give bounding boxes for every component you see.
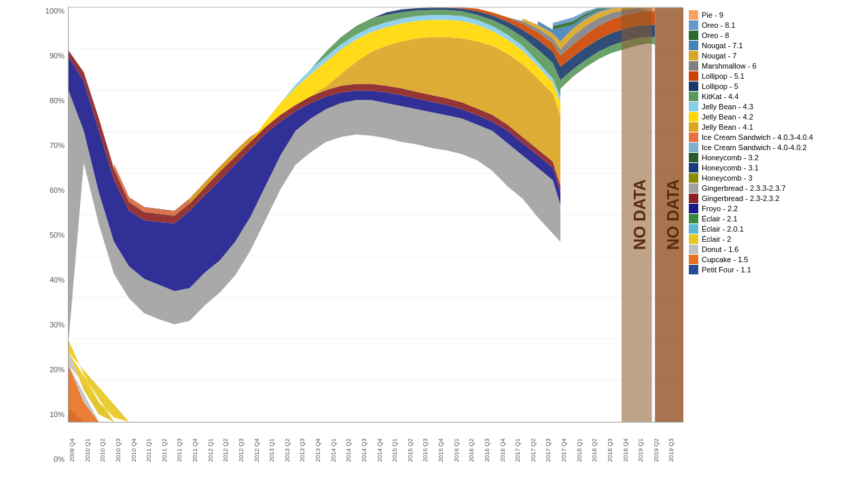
y-label-0: 0% [34,455,65,463]
y-label-90: 90% [34,52,65,60]
legend-label-cupcake: Cupcake - 1.5 [702,255,748,264]
x-label: 2016 Q4 [499,422,515,463]
no-data-text-1: NO DATA [630,179,649,250]
legend-color-jb-43 [689,102,698,111]
legend-color-ics-403 [689,132,698,142]
legend-color-ics-402 [689,143,698,152]
legend-color-jb-42 [689,112,698,122]
legend-label-lollipop-51: Lollipop - 5.1 [702,72,745,80]
x-label: 2012 Q1 [207,422,223,463]
legend-item-eclair-21: Éclair - 2.1 [689,214,838,223]
x-label: 2017 Q3 [545,422,560,463]
legend-item-hc-31: Honeycomb - 3.1 [689,163,838,173]
x-label: 2014 Q4 [376,422,392,463]
legend-color-donut [689,245,698,254]
x-label: 2015 Q1 [391,422,407,463]
legend-color-cupcake [689,255,698,264]
legend-label-pie-9: Pie - 9 [702,11,723,19]
x-label: 2012 Q4 [253,422,269,463]
x-label: 2019 Q2 [653,422,668,463]
legend-label-hc-32: Honeycomb - 3.2 [702,154,759,162]
legend-item-oreo-8: Oreo - 8 [689,31,838,40]
x-label: 2016 Q3 [484,422,499,463]
legend-color-nougat-71 [689,41,698,50]
x-label: 2017 Q1 [514,422,530,463]
legend-color-marshmallow [689,61,698,71]
chart-plot-area: NO DATA NO DATA [68,7,683,422]
legend-color-jb-41 [689,122,698,132]
legend-color-nougat-7 [689,51,698,60]
x-label: 2018 Q4 [622,422,638,463]
x-label: 2013 Q4 [315,422,330,463]
legend-label-hc-3: Honeycomb - 3 [702,174,753,182]
legend-color-pie-9 [689,10,698,20]
no-data-text-2: NO DATA [664,179,682,250]
legend-item-gb-237: Gingerbread - 2.3.3-2.3.7 [689,183,838,193]
x-axis: 2009 Q4 2010 Q1 2010 Q2 2010 Q3 2010 Q4 … [68,422,683,463]
legend-item-jb-41: Jelly Bean - 4.1 [689,122,838,132]
y-label-60: 60% [34,186,65,194]
x-label: 2013 Q1 [268,422,284,463]
legend-label-eclair-2: Éclair - 2 [702,235,731,243]
y-label-30: 30% [34,321,65,329]
legend-label-nougat-7: Nougat - 7 [702,52,736,60]
legend-item-oreo-81: Oreo - 8.1 [689,20,838,30]
legend: Pie - 9 Oreo - 8.1 Oreo - 8 Nougat - 7.1… [683,7,843,463]
legend-item-pie-9: Pie - 9 [689,10,838,20]
chart-svg: NO DATA NO DATA [69,7,683,422]
legend-item-jb-43: Jelly Bean - 4.3 [689,102,838,111]
legend-color-hc-31 [689,163,698,173]
x-label: 2017 Q2 [530,422,545,463]
legend-item-hc-3: Honeycomb - 3 [689,173,838,183]
legend-color-oreo-8 [689,31,698,40]
legend-label-gb-237: Gingerbread - 2.3.3-2.3.7 [702,184,786,192]
legend-item-nougat-7: Nougat - 7 [689,51,838,60]
legend-item-froyo: Froyo - 2.2 [689,204,838,213]
legend-item-cupcake: Cupcake - 1.5 [689,255,838,264]
legend-label-oreo-8: Oreo - 8 [702,31,729,39]
legend-label-oreo-81: Oreo - 8.1 [702,21,736,29]
legend-item-jb-42: Jelly Bean - 4.2 [689,112,838,122]
legend-label-jb-42: Jelly Bean - 4.2 [702,113,753,121]
x-label: 2018 Q3 [607,422,622,463]
x-label: 2014 Q2 [345,422,361,463]
legend-label-eclair-21: Éclair - 2.1 [702,215,738,223]
x-label: 2011 Q3 [176,422,192,463]
x-label: 2019 Q1 [637,422,653,463]
x-label: 2014 Q3 [361,422,376,463]
x-label: 2013 Q2 [284,422,300,463]
x-label: 2009 Q4 [69,422,84,463]
x-label: 2010 Q1 [84,422,100,463]
x-label: 2012 Q3 [238,422,253,463]
y-label-50: 50% [34,231,65,239]
legend-item-eclair-201: Éclair - 2.0.1 [689,224,838,234]
legend-item-eclair-2: Éclair - 2 [689,234,838,244]
legend-color-petit-four [689,265,698,274]
legend-label-gb-232: Gingerbread - 2.3-2.3.2 [702,194,779,202]
legend-item-donut: Donut - 1.6 [689,245,838,254]
y-label-80: 80% [34,96,65,105]
legend-label-ics-402: Ice Cream Sandwich - 4.0-4.0.2 [702,143,807,151]
legend-color-oreo-81 [689,20,698,30]
x-label: 2016 Q1 [453,422,469,463]
x-label: 2010 Q4 [130,422,146,463]
legend-color-lollipop-5 [689,82,698,91]
x-label: 2014 Q1 [330,422,346,463]
x-label: 2012 Q2 [222,422,238,463]
x-label: 2011 Q2 [161,422,177,463]
legend-item-lollipop-5: Lollipop - 5 [689,82,838,91]
legend-color-eclair-2 [689,234,698,244]
x-label: 2011 Q1 [145,422,161,463]
legend-color-eclair-21 [689,214,698,223]
x-label: 2010 Q3 [115,422,130,463]
legend-color-froyo [689,204,698,213]
legend-label-jb-41: Jelly Bean - 4.1 [702,123,753,131]
legend-label-froyo: Froyo - 2.2 [702,204,738,213]
legend-item-petit-four: Petit Four - 1.1 [689,265,838,274]
legend-label-jb-43: Jelly Bean - 4.3 [702,103,753,111]
legend-item-marshmallow: Marshmallow - 6 [689,61,838,71]
x-label: 2016 Q2 [468,422,484,463]
legend-label-donut: Donut - 1.6 [702,245,738,253]
x-label: 2011 Q4 [192,422,207,463]
legend-label-eclair-201: Éclair - 2.0.1 [702,225,744,233]
